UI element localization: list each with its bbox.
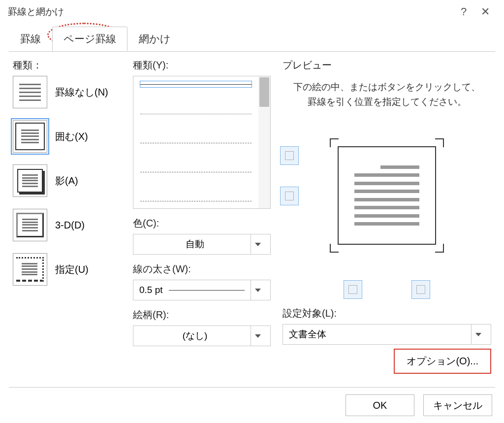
color-combo[interactable]: 自動 bbox=[133, 234, 271, 255]
chevron-down-icon bbox=[251, 234, 264, 254]
edge-bottom-button[interactable] bbox=[280, 187, 299, 205]
tab-strip: 罫線 ページ罫線 網かけ bbox=[0, 27, 504, 51]
setting-shadow[interactable]: 影(A) bbox=[13, 164, 121, 197]
edge-left-button[interactable] bbox=[344, 280, 362, 299]
options-button[interactable]: オプション(O)... bbox=[394, 349, 491, 374]
ok-button[interactable]: OK bbox=[346, 394, 414, 416]
art-combo[interactable]: (なし) bbox=[133, 325, 271, 346]
preview-description: 下の絵の中、またはボタンをクリックして、罫線を引く位置を指定してください。 bbox=[292, 80, 481, 110]
preview-label: プレビュー bbox=[283, 59, 491, 72]
setting-column: 種類： 罫線なし(N) 囲む(X) 影(A) bbox=[13, 59, 121, 374]
setting-label: 種類： bbox=[13, 59, 121, 72]
style-column: 種類(Y): 色(C): 自動 bbox=[133, 59, 271, 374]
chevron-down-icon bbox=[471, 325, 485, 344]
scrollbar[interactable] bbox=[258, 76, 270, 208]
color-label: 色(C): bbox=[133, 217, 271, 230]
borders-shading-dialog: 罫線と網かけ ? ✕ 罫線 ページ罫線 網かけ 種類： 罫線なし(N) 囲 bbox=[0, 0, 504, 423]
setting-box[interactable]: 囲む(X) bbox=[13, 120, 121, 153]
art-label: 絵柄(R): bbox=[133, 308, 271, 322]
style-label: 種類(Y): bbox=[133, 59, 271, 72]
preview-column: プレビュー 下の絵の中、またはボタンをクリックして、罫線を引く位置を指定してくだ… bbox=[283, 59, 491, 374]
apply-to-combo[interactable]: 文書全体 bbox=[283, 324, 491, 345]
titlebar: 罫線と網かけ ? ✕ bbox=[0, 0, 504, 24]
tab-borders[interactable]: 罫線 bbox=[9, 27, 52, 51]
apply-label: 設定対象(L): bbox=[283, 307, 491, 320]
tab-page-border[interactable]: ページ罫線 bbox=[52, 27, 127, 51]
edge-top-button[interactable] bbox=[280, 146, 299, 165]
line-style-list[interactable] bbox=[133, 76, 271, 209]
chevron-down-icon bbox=[251, 280, 264, 300]
dialog-content: 種類： 罫線なし(N) 囲む(X) 影(A) bbox=[9, 51, 495, 387]
dialog-title: 罫線と網かけ bbox=[8, 5, 64, 18]
width-label: 線の太さ(W): bbox=[133, 262, 271, 276]
preview-page[interactable] bbox=[328, 136, 446, 255]
tab-shading[interactable]: 網かけ bbox=[127, 27, 182, 51]
preview-area bbox=[283, 117, 491, 274]
edge-right-button[interactable] bbox=[411, 280, 430, 299]
dialog-footer: OK キャンセル bbox=[0, 388, 504, 423]
cancel-button[interactable]: キャンセル bbox=[423, 394, 492, 416]
setting-3d[interactable]: 3-D(D) bbox=[13, 209, 121, 241]
setting-none[interactable]: 罫線なし(N) bbox=[13, 76, 121, 108]
chevron-down-icon bbox=[251, 326, 264, 346]
width-combo[interactable]: 0.5 pt bbox=[133, 280, 271, 300]
setting-custom[interactable]: 指定(U) bbox=[13, 253, 121, 286]
help-icon[interactable]: ? bbox=[453, 5, 474, 18]
close-icon[interactable]: ✕ bbox=[474, 5, 496, 18]
